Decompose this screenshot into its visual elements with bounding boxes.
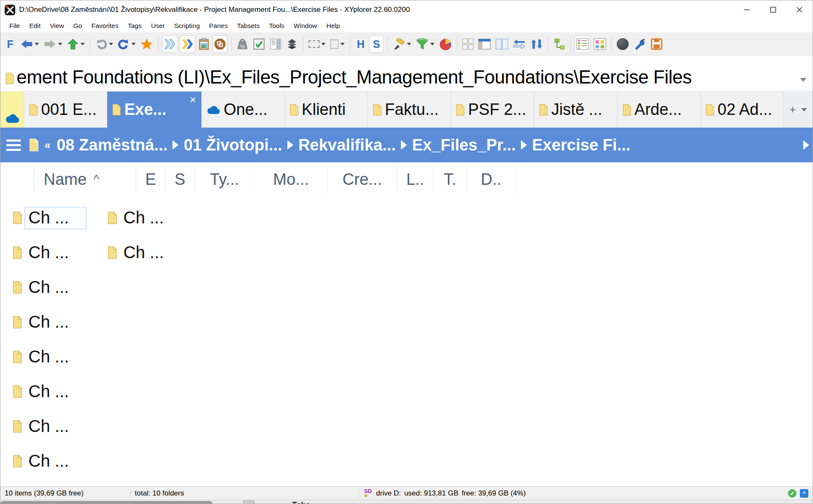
menu-panes[interactable]: Panes xyxy=(204,20,232,31)
column-header-modified[interactable]: Mo... xyxy=(255,166,328,193)
menu-file[interactable]: File xyxy=(5,20,25,31)
back-dropdown-icon[interactable] xyxy=(35,43,39,45)
tab-klienti[interactable]: Klienti xyxy=(285,92,368,128)
undo-button[interactable] xyxy=(116,35,137,53)
menu-edit[interactable]: Edit xyxy=(25,20,45,31)
redo-dropdown-icon[interactable] xyxy=(109,43,113,45)
save-settings-button[interactable] xyxy=(649,35,664,53)
brush-dropdown-icon[interactable] xyxy=(407,43,411,45)
spot-color-button[interactable]: S xyxy=(369,35,384,53)
statistics-button[interactable] xyxy=(437,35,454,53)
file-name[interactable]: Ch ... xyxy=(120,242,170,264)
tab-arde[interactable]: Arde... xyxy=(618,92,701,128)
address-bar[interactable]: ement Foundations (LI)\Ex_Files_Project_… xyxy=(0,56,813,92)
list-item[interactable]: Ch ... xyxy=(12,200,86,235)
column-header-date[interactable]: D.. xyxy=(467,166,516,193)
file-name-selected[interactable]: Ch ... xyxy=(25,207,86,229)
address-dropdown-icon[interactable] xyxy=(800,78,807,82)
crumb-ex-files[interactable]: Ex_Files_Pr... xyxy=(412,136,516,154)
tab-exercise-files-active[interactable]: Exe... × xyxy=(107,92,201,128)
file-name[interactable]: Ch ... xyxy=(25,276,75,299)
tab-faktury[interactable]: Faktu... xyxy=(368,92,451,128)
minimize-button[interactable] xyxy=(734,0,760,19)
breadcrumb-collapse[interactable]: « xyxy=(45,139,50,152)
calculate-size-button[interactable]: kg xyxy=(235,35,250,53)
menu-tools[interactable]: Tools xyxy=(265,20,289,31)
mini-tree-button[interactable] xyxy=(212,35,228,53)
list-item[interactable]: Ch ... xyxy=(12,409,86,444)
thumbnails-view-button[interactable] xyxy=(592,35,608,53)
file-name[interactable]: Ch ... xyxy=(25,242,75,264)
grid-dropdown-icon[interactable] xyxy=(340,43,345,45)
list-item[interactable]: Ch ... xyxy=(107,235,170,270)
menu-view[interactable]: View xyxy=(45,20,69,31)
menu-favorites[interactable]: Favorites xyxy=(87,20,123,31)
column-header-name[interactable]: Name ^ xyxy=(34,166,136,193)
status-ok-icon[interactable]: ✓ xyxy=(788,489,796,498)
branch-view-button[interactable] xyxy=(284,35,300,53)
column-header-created[interactable]: Cre... xyxy=(328,166,397,193)
crumb-01-zivotopisy[interactable]: 01 Životopi... xyxy=(184,136,282,154)
crumb-arrow-icon[interactable] xyxy=(287,140,293,150)
select-dropdown-icon[interactable] xyxy=(321,43,326,45)
hamburger-menu-icon[interactable] xyxy=(6,139,21,151)
tree-path-button[interactable] xyxy=(552,35,567,53)
dual-pane-button[interactable] xyxy=(494,35,510,53)
column-header-ext[interactable]: E xyxy=(136,166,166,193)
list-item[interactable]: Ch ... xyxy=(12,340,86,374)
tab-onedrive[interactable]: One... xyxy=(202,92,285,128)
recent-locations-button[interactable] xyxy=(162,35,178,53)
tab-list-dropdown-icon[interactable] xyxy=(801,108,807,111)
file-name[interactable]: Ch ... xyxy=(25,381,75,403)
tab-02-ad[interactable]: 02 Ad... xyxy=(701,92,784,128)
menu-help[interactable]: Help xyxy=(322,20,345,31)
dark-mode-button[interactable] xyxy=(615,35,630,53)
file-name[interactable]: Ch ... xyxy=(120,207,170,229)
close-button[interactable] xyxy=(786,0,813,19)
file-name[interactable]: Ch ... xyxy=(25,346,75,368)
select-items-button[interactable] xyxy=(307,35,327,53)
tab-close-icon[interactable]: × xyxy=(189,94,196,105)
list-item[interactable]: Ch ... xyxy=(12,270,86,305)
highlight-folder-button[interactable]: H xyxy=(354,35,368,53)
up-button[interactable] xyxy=(65,35,86,53)
column-header-len[interactable]: L.. xyxy=(397,166,434,193)
maximize-pane-button[interactable] xyxy=(529,35,545,53)
hotlist-button[interactable] xyxy=(179,35,195,53)
undo-dropdown-icon[interactable] xyxy=(131,43,136,45)
favorites-button[interactable] xyxy=(139,35,155,53)
tab-psf-2[interactable]: PSF 2... xyxy=(451,92,534,128)
status-up-icon[interactable]: ^ xyxy=(800,489,808,498)
column-header-size[interactable]: S xyxy=(166,166,195,193)
menu-tabsets[interactable]: Tabsets xyxy=(232,20,264,31)
back-button[interactable] xyxy=(19,35,41,53)
visual-filter-brush-button[interactable] xyxy=(391,35,413,53)
address-path[interactable]: ement Foundations (LI)\Ex_Files_Project_… xyxy=(17,67,692,88)
column-header-tags[interactable]: T. xyxy=(434,166,467,193)
file-name[interactable]: Ch ... xyxy=(25,415,75,438)
tab-jiste[interactable]: Jistě ... xyxy=(534,92,617,128)
menu-window[interactable]: Window xyxy=(289,20,322,31)
forward-dropdown-icon[interactable] xyxy=(58,43,62,45)
details-view-button[interactable] xyxy=(574,35,590,53)
maximize-button[interactable] xyxy=(760,0,786,19)
customize-button[interactable] xyxy=(632,35,648,53)
tile-view-button[interactable] xyxy=(461,35,475,53)
tab-001-e[interactable]: 001 E... xyxy=(24,92,107,128)
list-item[interactable]: Ch ... xyxy=(12,374,86,409)
find-files-button[interactable]: F xyxy=(3,35,17,53)
menu-tags[interactable]: Tags xyxy=(123,20,146,31)
crumb-rekvalifikace[interactable]: Rekvalifika... xyxy=(298,136,396,154)
new-tab-button[interactable]: + xyxy=(789,103,796,116)
navigation-panel-button[interactable] xyxy=(476,35,493,53)
crumb-arrow-icon[interactable] xyxy=(521,140,527,150)
menu-go[interactable]: Go xyxy=(69,20,87,31)
preview-pane-button[interactable] xyxy=(268,35,283,53)
tab-onedrive-pinned[interactable] xyxy=(0,92,24,128)
checkbox-selection-button[interactable] xyxy=(251,35,267,53)
crumb-arrow-icon[interactable] xyxy=(401,140,407,150)
file-name[interactable]: Ch ... xyxy=(25,450,75,473)
crumb-arrow-icon[interactable] xyxy=(803,140,809,150)
list-item[interactable]: Ch ... xyxy=(12,444,86,479)
menu-scripting[interactable]: Scripting xyxy=(170,20,204,31)
